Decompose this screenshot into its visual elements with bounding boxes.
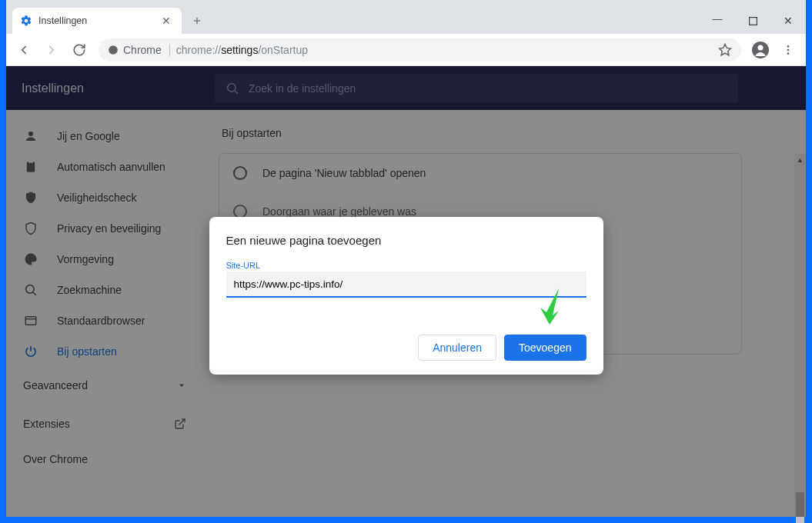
svg-point-3	[109, 45, 118, 55]
tab-title: Instellingen	[38, 15, 152, 26]
field-label: Site-URL	[226, 261, 586, 270]
tab-close-icon[interactable]: ✕	[159, 13, 174, 28]
chrome-icon	[108, 45, 119, 55]
svg-marker-4	[720, 44, 731, 55]
svg-point-7	[787, 45, 790, 48]
profile-avatar-icon[interactable]	[747, 37, 774, 63]
new-tab-button[interactable]	[186, 10, 208, 32]
cancel-button[interactable]: Annuleren	[418, 335, 496, 361]
modal-overlay: Een nieuwe pagina toevoegen Site-URL Ann…	[6, 66, 806, 517]
chip-label: Chrome	[123, 44, 162, 56]
svg-point-9	[787, 52, 790, 55]
svg-rect-2	[749, 17, 757, 25]
browser-tab[interactable]: Instellingen ✕	[12, 8, 182, 34]
browser-toolbar: Chrome chrome://settings/onStartup	[6, 34, 806, 66]
add-page-dialog: Een nieuwe pagina toevoegen Site-URL Ann…	[209, 217, 603, 375]
reload-button[interactable]	[66, 37, 92, 63]
window-titlebar: Instellingen ✕ — ✕	[6, 0, 806, 34]
menu-dots-icon[interactable]	[775, 37, 801, 63]
dialog-title: Een nieuwe pagina toevoegen	[226, 234, 586, 247]
url-text: chrome://settings/onStartup	[176, 44, 308, 56]
back-button[interactable]	[11, 37, 37, 63]
site-info-chip[interactable]: Chrome	[108, 44, 170, 56]
page-content: Instellingen Jij en Google Automatisch a…	[6, 66, 806, 517]
gear-icon	[20, 15, 32, 27]
svg-point-6	[758, 45, 764, 50]
bookmark-star-icon[interactable]	[718, 43, 732, 57]
add-button[interactable]: Toevoegen	[504, 335, 586, 361]
forward-button[interactable]	[38, 37, 65, 63]
svg-point-8	[787, 48, 790, 51]
window-controls: — ✕	[700, 8, 806, 34]
site-url-input[interactable]	[226, 271, 586, 298]
maximize-button[interactable]	[735, 8, 770, 34]
minimize-button[interactable]: —	[700, 8, 735, 34]
address-bar[interactable]: Chrome chrome://settings/onStartup	[99, 38, 741, 62]
close-window-button[interactable]: ✕	[770, 8, 806, 34]
